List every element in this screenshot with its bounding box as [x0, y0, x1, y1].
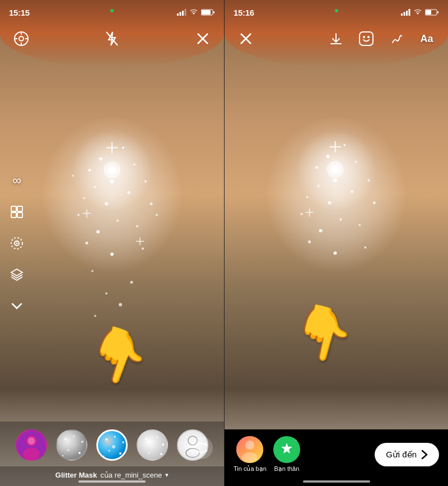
send-button[interactable]: Gửi đến: [375, 443, 439, 466]
signal-icon-right: [401, 9, 410, 16]
status-icons-left: [177, 9, 215, 16]
svg-point-62: [73, 436, 75, 437]
wifi-icon-right: [413, 9, 422, 16]
svg-rect-111: [426, 10, 431, 15]
svg-point-67: [105, 438, 108, 441]
camera-switch-button[interactable]: [190, 437, 213, 459]
flash-off-icon[interactable]: [102, 29, 122, 49]
svg-point-63: [81, 441, 83, 443]
svg-point-56: [16, 242, 18, 244]
filter-option-silver[interactable]: [56, 429, 87, 461]
svg-point-66: [62, 455, 64, 457]
home-indicator-right: [303, 480, 370, 483]
svg-rect-106: [401, 13, 403, 16]
battery-icon-left: [201, 9, 215, 16]
share-option-story[interactable]: Tin của bạn: [234, 436, 267, 473]
filter-option-blue[interactable]: [96, 429, 128, 461]
svg-rect-112: [437, 11, 438, 13]
signal-icon-left: [177, 9, 186, 16]
svg-point-120: [242, 452, 258, 462]
svg-point-68: [114, 436, 116, 438]
notification-dot: [110, 9, 114, 12]
send-chevron-icon: [421, 450, 428, 460]
layout-icon[interactable]: [7, 202, 27, 222]
svg-rect-53: [17, 212, 22, 217]
svg-point-117: [367, 36, 370, 38]
filter-option-white-silver[interactable]: [137, 429, 168, 461]
svg-point-69: [122, 441, 124, 443]
svg-rect-37: [185, 9, 186, 16]
download-icon[interactable]: [326, 29, 346, 49]
svg-point-65: [78, 452, 81, 454]
filter-label-row: Glitter Mask của re_mini_scene ▾: [0, 466, 224, 486]
close-icon-left[interactable]: [193, 29, 213, 49]
svg-rect-52: [11, 212, 16, 217]
filter-name-label: Glitter Mask: [55, 471, 97, 479]
status-time-right: 15:16: [234, 8, 254, 17]
star-badge: ★: [292, 436, 300, 444]
svg-rect-34: [177, 13, 179, 16]
sticker-face-icon[interactable]: [356, 29, 376, 49]
glitter-overlay: [0, 0, 224, 486]
target-icon[interactable]: [7, 233, 27, 253]
svg-point-70: [109, 450, 110, 452]
right-controls-group: Aa: [326, 29, 437, 49]
svg-rect-108: [406, 11, 408, 16]
story-label: Tin của bạn: [234, 465, 267, 473]
story-avatar: [236, 436, 263, 463]
svg-point-76: [162, 443, 164, 446]
svg-rect-51: [17, 206, 22, 211]
filter-chevron-icon[interactable]: ▾: [165, 471, 169, 479]
text-icon[interactable]: Aa: [417, 29, 437, 49]
svg-point-73: [112, 445, 115, 448]
wifi-icon-left: [189, 9, 198, 16]
chevron-down-icon[interactable]: [7, 296, 27, 316]
svg-point-42: [19, 36, 24, 41]
svg-point-75: [157, 437, 158, 438]
svg-rect-35: [180, 12, 181, 16]
svg-rect-39: [202, 10, 211, 15]
svg-rect-40: [213, 11, 214, 13]
svg-rect-107: [404, 12, 405, 16]
story-avatar-inner: [236, 436, 263, 463]
svg-point-72: [103, 456, 105, 457]
status-icons-right: [401, 9, 439, 16]
draw-icon[interactable]: [386, 29, 407, 49]
svg-point-61: [64, 438, 67, 440]
svg-point-116: [363, 36, 365, 38]
settings-icon[interactable]: [11, 29, 31, 49]
share-option-close-friends[interactable]: ★ Bạn thân: [273, 436, 300, 473]
top-controls-right: Aa: [225, 25, 448, 53]
status-time-left: 15:15: [9, 8, 30, 17]
svg-point-64: [68, 450, 69, 451]
layers-icon[interactable]: [7, 265, 27, 285]
svg-rect-36: [182, 11, 184, 16]
right-screen: 15:16: [224, 0, 448, 486]
infinity-icon[interactable]: ∞: [7, 170, 27, 191]
svg-rect-50: [11, 206, 16, 211]
close-friends-label: Bạn thân: [274, 465, 299, 473]
close-icon-right[interactable]: [236, 29, 256, 49]
svg-point-59: [23, 448, 40, 460]
camera-background: [0, 0, 224, 486]
svg-point-74: [145, 438, 147, 440]
bottom-section-left: Glitter Mask của re_mini_scene ▾: [0, 422, 224, 486]
filter-creator-label: của re_mini_scene: [100, 471, 162, 479]
svg-point-60: [28, 437, 35, 445]
bottom-section-right: Tin của bạn ★ Bạn thân: [225, 429, 448, 486]
send-button-label: Gửi đến: [386, 450, 417, 460]
svg-rect-109: [409, 9, 410, 16]
share-options: Tin của bạn ★ Bạn thân: [234, 436, 300, 473]
camera-background-right: [225, 0, 448, 486]
glitter-overlay-right: [225, 0, 448, 486]
filter-option-avatar[interactable]: [16, 429, 47, 461]
notification-dot-right: [335, 9, 338, 12]
svg-point-77: [148, 452, 150, 454]
side-tools: ∞: [7, 170, 27, 316]
status-bar-left: 15:15: [0, 0, 224, 25]
svg-rect-115: [360, 32, 373, 45]
svg-point-119: [245, 441, 254, 450]
status-bar-right: 15:16: [225, 0, 448, 25]
left-screen: 15:15: [0, 0, 224, 486]
svg-point-78: [160, 453, 162, 455]
